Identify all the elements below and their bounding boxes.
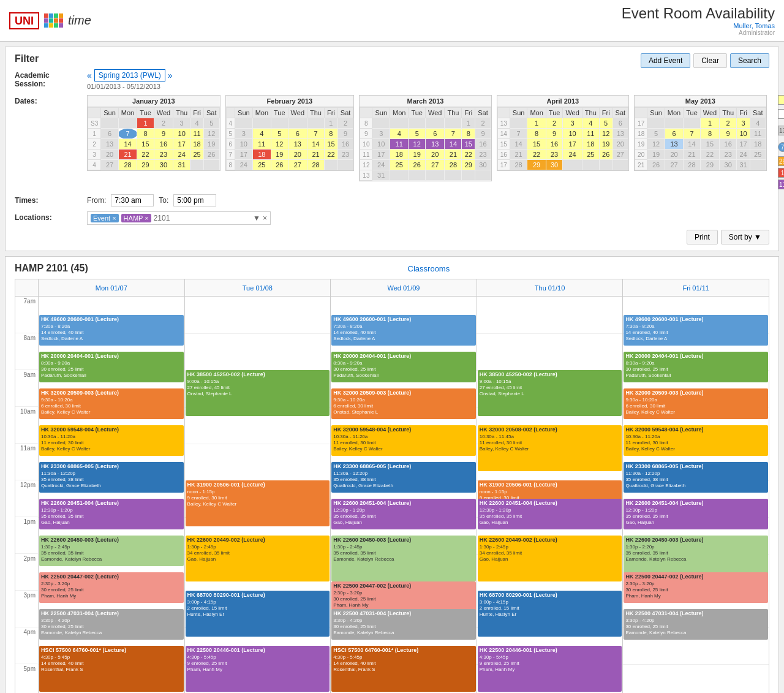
- event-block[interactable]: HK 32000 20509-003 (Lecture) 9:30a - 10:…: [39, 388, 184, 419]
- print-button[interactable]: Print: [687, 230, 718, 244]
- cal-day[interactable]: 1: [462, 118, 475, 129]
- cal-day[interactable]: 5: [409, 129, 426, 139]
- cal-day[interactable]: 22: [527, 150, 546, 160]
- cal-day[interactable]: 8: [324, 129, 337, 139]
- cal-day[interactable]: 17: [173, 139, 190, 150]
- event-block[interactable]: HK 22500 47031-004 (Lecture) 3:30p - 4:2…: [39, 609, 184, 640]
- cal-day[interactable]: 18: [582, 139, 599, 150]
- cal-day[interactable]: [425, 118, 444, 129]
- cal-day[interactable]: [582, 160, 599, 170]
- sort-by-button[interactable]: Sort by ▼: [721, 230, 769, 244]
- cal-day[interactable]: 22: [700, 150, 719, 160]
- cal-day[interactable]: 30: [546, 160, 563, 170]
- cal-day[interactable]: 26: [599, 150, 612, 160]
- cal-day[interactable]: 16: [337, 139, 353, 150]
- cal-day[interactable]: 13: [665, 139, 683, 150]
- event-block[interactable]: HK 38500 45250-002 (Lecture) 9:00a - 10:…: [478, 370, 622, 416]
- cal-day[interactable]: 15: [137, 139, 154, 150]
- cal-day[interactable]: 22: [137, 150, 154, 160]
- cal-day[interactable]: 9: [475, 129, 491, 139]
- cal-day[interactable]: 15: [462, 139, 475, 150]
- event-block[interactable]: HK 22500 20446-001 (Lecture) 4:30p - 5:4…: [478, 646, 622, 692]
- cal-day[interactable]: 24: [737, 150, 750, 160]
- cal-day[interactable]: [409, 170, 426, 181]
- cal-day[interactable]: 25: [750, 150, 766, 160]
- day-header-monday[interactable]: Mon 01/07: [39, 279, 184, 297]
- cal-day[interactable]: [118, 118, 137, 129]
- cal-day[interactable]: 14: [118, 139, 137, 150]
- cal-day[interactable]: 8: [462, 129, 475, 139]
- cal-day[interactable]: 31: [372, 170, 390, 181]
- cal-day[interactable]: 16: [475, 139, 491, 150]
- cal-day[interactable]: 10: [235, 139, 253, 150]
- cal-day[interactable]: 18: [190, 139, 204, 150]
- event-block[interactable]: HK 49600 20600-001 (Lecture) 7:30a - 8:2…: [39, 315, 184, 346]
- cal-day[interactable]: 12: [203, 129, 219, 139]
- cal-day[interactable]: [647, 118, 665, 129]
- locations-input[interactable]: Event × HAMP × 2101 ▼ ×: [87, 211, 271, 225]
- cal-day[interactable]: 21: [445, 150, 462, 160]
- cal-day[interactable]: 13: [288, 139, 307, 150]
- cal-day[interactable]: 9: [337, 129, 353, 139]
- location-tag-hamp[interactable]: HAMP ×: [121, 214, 151, 222]
- cal-day[interactable]: 23: [720, 150, 737, 160]
- cal-day[interactable]: 21: [118, 150, 137, 160]
- cal-day[interactable]: 7: [118, 129, 137, 139]
- cal-day[interactable]: 11: [582, 129, 599, 139]
- cal-day[interactable]: [337, 160, 353, 170]
- cal-day[interactable]: 12: [271, 139, 288, 150]
- cal-day[interactable]: 25: [390, 160, 409, 170]
- event-block[interactable]: HK 20000 20404-001 (Lecture) 8:30a - 9:2…: [331, 352, 476, 382]
- cal-day[interactable]: 14: [684, 139, 701, 150]
- cal-day[interactable]: 12: [409, 139, 426, 150]
- day-header-friday[interactable]: Fri 01/11: [623, 279, 769, 297]
- cal-day[interactable]: 27: [665, 160, 683, 170]
- locations-dropdown-btn[interactable]: ▼: [253, 214, 260, 222]
- cal-day[interactable]: 2: [337, 118, 353, 129]
- cal-day[interactable]: 6: [101, 129, 119, 139]
- cal-day[interactable]: [390, 170, 409, 181]
- cal-day[interactable]: 23: [154, 150, 173, 160]
- cal-day[interactable]: [475, 170, 491, 181]
- event-block[interactable]: HK 31900 20506-001 (Lecture) noon - 1:15…: [186, 480, 330, 526]
- event-block[interactable]: HK 23300 68865-005 (Lecture) 11:30a - 12…: [39, 462, 184, 493]
- cal-day[interactable]: 18: [252, 150, 271, 160]
- event-block[interactable]: HK 22500 20447-002 (Lecture) 2:30p - 3:2…: [331, 581, 476, 612]
- cal-day[interactable]: 14: [307, 139, 325, 150]
- cal-day[interactable]: 15: [527, 139, 546, 150]
- event-block[interactable]: HK 32000 59548-004 (Lecture) 10:30a - 11…: [624, 425, 768, 456]
- cal-day[interactable]: 15: [324, 139, 337, 150]
- cal-day[interactable]: 20: [425, 150, 444, 160]
- cal-day[interactable]: 19: [647, 150, 665, 160]
- cal-day[interactable]: 30: [720, 160, 737, 170]
- cal-day[interactable]: 2: [154, 118, 173, 129]
- cal-day[interactable]: [409, 118, 426, 129]
- day-header-thursday[interactable]: Thu 01/10: [477, 279, 623, 297]
- cal-day[interactable]: 4: [390, 129, 409, 139]
- cal-day[interactable]: 25: [252, 160, 271, 170]
- event-block[interactable]: HK 22600 20450-003 (Lecture) 1:30p - 2:4…: [331, 536, 476, 581]
- cal-day[interactable]: [445, 118, 462, 129]
- clear-button-top[interactable]: Clear: [693, 53, 727, 68]
- cal-day[interactable]: 28: [118, 160, 137, 170]
- cal-day[interactable]: 24: [235, 160, 253, 170]
- time-from-input[interactable]: [111, 194, 154, 206]
- cal-day[interactable]: 9: [546, 129, 563, 139]
- cal-day[interactable]: 5: [647, 129, 665, 139]
- cal-day[interactable]: 21: [510, 150, 527, 160]
- event-block[interactable]: HK 32000 59548-004 (Lecture) 10:30a - 11…: [331, 425, 476, 456]
- cal-day[interactable]: [372, 118, 390, 129]
- cal-day[interactable]: 23: [546, 150, 563, 160]
- cal-day[interactable]: [612, 160, 628, 170]
- cal-day[interactable]: 24: [563, 150, 582, 160]
- cal-day[interactable]: 8: [527, 129, 546, 139]
- event-block[interactable]: HSCI 57500 64760-001* (Lecture) 4:30p - …: [331, 646, 476, 692]
- cal-day[interactable]: 29: [700, 160, 719, 170]
- cal-day[interactable]: 16: [720, 139, 737, 150]
- add-event-button-top[interactable]: Add Event: [641, 53, 690, 68]
- cal-day[interactable]: 13: [612, 129, 628, 139]
- cal-day[interactable]: 3: [235, 129, 253, 139]
- event-block[interactable]: HK 32000 20508-002 (Lecture) 10:30a - 11…: [478, 425, 622, 471]
- event-block[interactable]: HK 22600 20451-004 (Lecture) 12:30p - 1:…: [478, 499, 622, 529]
- cal-day[interactable]: 29: [137, 160, 154, 170]
